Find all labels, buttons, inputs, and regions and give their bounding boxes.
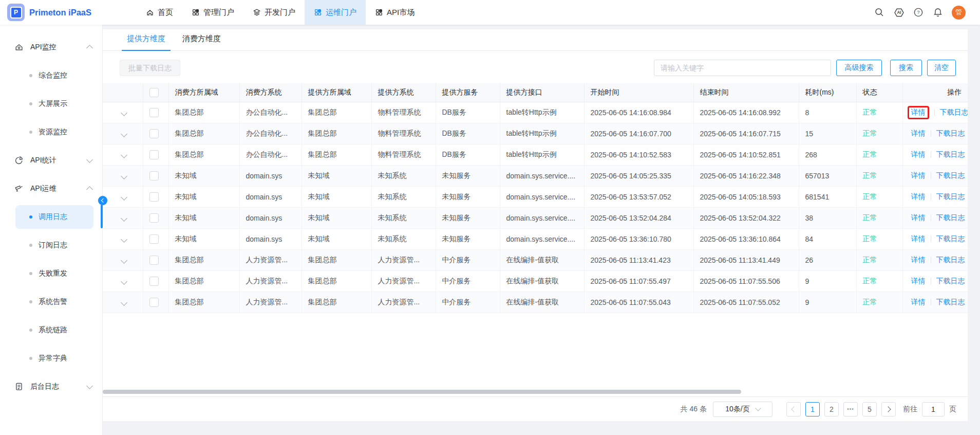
detail-link[interactable]: 详情 [911, 192, 926, 201]
chevron-down-icon[interactable] [121, 236, 127, 243]
sidebar-item-系统链路[interactable]: 系统链路 [0, 316, 102, 344]
row-checkbox[interactable] [149, 298, 159, 307]
detail-link[interactable]: 详情 [911, 234, 926, 243]
nav-item-3[interactable]: 开发门户 [243, 0, 305, 25]
detail-link[interactable]: 详情 [911, 213, 926, 222]
keyword-search-input[interactable] [654, 60, 831, 76]
row-select-cell [143, 165, 168, 186]
detail-link[interactable]: 详情 [911, 171, 926, 179]
sidebar-item-综合监控[interactable]: 综合监控 [0, 61, 102, 89]
search-button[interactable]: 搜索 [890, 60, 922, 76]
chevron-down-icon[interactable] [121, 110, 127, 116]
row-checkbox[interactable] [149, 277, 159, 286]
chevron-down-icon[interactable] [121, 131, 127, 137]
sidebar-group-3[interactable]: API运维 [0, 174, 102, 203]
cell-actions: 详情下载日志 [902, 292, 968, 313]
chevron-down-icon[interactable] [121, 257, 127, 264]
table-row-2: 集团总部办公自动化...集团总部物料管理系统DB服务table转Http示例20… [103, 123, 968, 144]
pie-chart-icon [14, 156, 23, 165]
page-button-1[interactable]: 1 [805, 402, 820, 416]
row-checkbox[interactable] [149, 234, 159, 244]
sidebar-menu: API监控综合监控大屏展示资源监控API统计API运维调用日志订阅日志失败重发系… [0, 25, 103, 435]
cell-consumer_system: 办公自动化... [239, 144, 301, 165]
sidebar-group-2[interactable]: API统计 [0, 146, 102, 174]
cell-end_time: 2025-06-05 11:07:55.506 [693, 270, 799, 292]
horizontal-scrollbar-thumb[interactable] [103, 390, 741, 394]
row-checkbox[interactable] [149, 171, 159, 180]
sidebar-group-4[interactable]: 后台日志 [0, 372, 102, 401]
row-checkbox[interactable] [149, 213, 159, 223]
cell-consumer_system: domain.sys [239, 165, 301, 186]
sidebar-item-失败重发[interactable]: 失败重发 [0, 259, 102, 287]
chevron-down-icon[interactable] [121, 278, 127, 285]
detail-link[interactable]: 详情 [911, 129, 926, 137]
cell-consumer_system: 办公自动化... [239, 123, 301, 144]
nav-item-5[interactable]: API市场 [366, 0, 424, 25]
cell-end_time: 2025-06-05 11:13:41.449 [693, 249, 799, 270]
detail-link[interactable]: 详情 [911, 256, 926, 264]
download-log-link[interactable]: 下载日志 [940, 108, 968, 116]
select-all-checkbox[interactable] [149, 88, 159, 97]
sidebar-item-异常字典[interactable]: 异常字典 [0, 344, 102, 372]
sidebar-item-大屏展示[interactable]: 大屏展示 [0, 89, 102, 118]
download-log-link[interactable]: 下载日志 [936, 213, 965, 222]
batch-download-button[interactable]: 批量下载日志 [120, 60, 180, 76]
cell-provider_interface: table转Http示例 [500, 102, 584, 123]
cell-consumer_system: domain.sys [239, 228, 301, 249]
advanced-search-button[interactable]: 高级搜索 [836, 60, 882, 76]
row-checkbox[interactable] [149, 256, 159, 265]
download-log-link[interactable]: 下载日志 [936, 192, 965, 201]
chevron-down-icon[interactable] [121, 215, 127, 222]
cell-start_time: 2025-06-05 14:10:52.583 [584, 144, 693, 165]
download-log-link[interactable]: 下载日志 [936, 150, 965, 158]
download-log-link[interactable]: 下载日志 [936, 234, 965, 243]
row-checkbox[interactable] [149, 108, 159, 117]
chevron-down-icon[interactable] [121, 299, 127, 306]
cell-provider_interface: domain.sys.service.... [500, 186, 584, 207]
row-checkbox[interactable] [149, 192, 159, 202]
tab-provider-dimension[interactable]: 提供方维度 [122, 34, 171, 50]
nav-item-2[interactable]: 管理门户 [182, 0, 243, 25]
cell-start_time: 2025-06-05 14:05:25.335 [584, 165, 693, 186]
detail-link[interactable]: 详情 [911, 298, 926, 306]
tab-consumer-dimension[interactable]: 消费方维度 [177, 34, 226, 50]
ai-assistant-icon[interactable]: AI [893, 7, 904, 18]
download-log-link[interactable]: 下载日志 [936, 171, 965, 179]
sidebar-collapse-button[interactable] [98, 196, 107, 205]
row-checkbox[interactable] [149, 129, 159, 138]
notification-bell-icon[interactable] [932, 7, 944, 18]
more-pages-button[interactable]: ••• [843, 402, 858, 416]
row-checkbox[interactable] [149, 150, 159, 159]
cell-actions: 详情下载日志 [902, 249, 968, 270]
sidebar-group-1[interactable]: API监控 [0, 33, 102, 61]
user-avatar[interactable]: 管 [952, 6, 966, 20]
prev-page-button[interactable] [786, 402, 801, 416]
chevron-down-icon[interactable] [121, 173, 127, 179]
next-page-button[interactable] [881, 402, 896, 416]
sidebar-item-系统告警[interactable]: 系统告警 [0, 287, 102, 316]
nav-item-1[interactable]: 首页 [137, 0, 182, 25]
download-log-link[interactable]: 下载日志 [936, 129, 965, 137]
download-log-link[interactable]: 下载日志 [936, 298, 965, 306]
chevron-down-icon[interactable] [121, 152, 127, 158]
download-log-link[interactable]: 下载日志 [936, 256, 965, 264]
nav-item-4[interactable]: 运维门户 [305, 0, 366, 25]
sidebar-item-资源监控[interactable]: 资源监控 [0, 118, 102, 146]
page-size-select[interactable]: 10条/页 [713, 402, 772, 417]
download-log-link[interactable]: 下载日志 [936, 277, 965, 285]
page-button-2[interactable]: 2 [824, 402, 839, 416]
detail-link[interactable]: 详情 [911, 150, 926, 158]
detail-link[interactable]: 详情 [911, 108, 926, 116]
sidebar-item-订阅日志[interactable]: 订阅日志 [0, 231, 102, 259]
sidebar-item-调用日志[interactable]: 调用日志 [0, 203, 102, 231]
clear-button[interactable]: 清空 [927, 60, 956, 76]
page-button-5[interactable]: 5 [862, 402, 877, 416]
search-icon[interactable] [874, 7, 885, 18]
goto-page-input[interactable] [922, 402, 945, 416]
sidebar-group-label: 后台日志 [30, 382, 59, 391]
chevron-down-icon[interactable] [121, 194, 127, 201]
detail-link[interactable]: 详情 [911, 277, 926, 285]
col-expand [103, 83, 143, 102]
help-icon[interactable]: ? [913, 7, 924, 18]
col-header-9: 耗时(ms) [799, 83, 856, 102]
